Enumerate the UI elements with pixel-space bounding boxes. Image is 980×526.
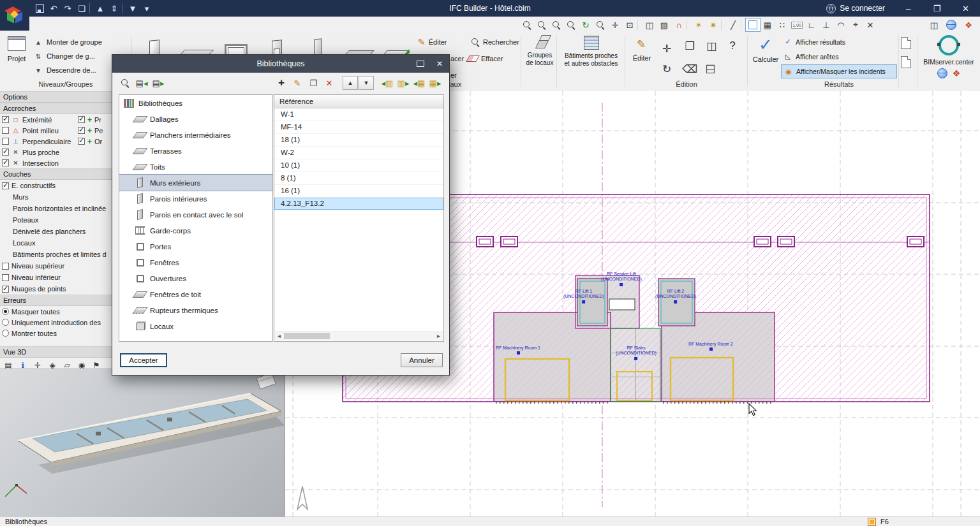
bimserver-center[interactable]: BIMserver.center ❖ xyxy=(919,34,979,78)
maximize-button[interactable]: ❐ xyxy=(923,0,951,17)
list-row-mf14[interactable]: MF-14 xyxy=(274,121,443,134)
web-globe-icon[interactable] xyxy=(937,68,947,78)
checkbox[interactable] xyxy=(2,274,9,281)
room-groups-button[interactable]: Groupes de locaux xyxy=(523,34,556,66)
radio[interactable] xyxy=(2,319,9,326)
pan-icon[interactable]: ✛ xyxy=(608,18,622,31)
delete-icon[interactable]: ✕ xyxy=(863,18,877,31)
accept-button[interactable]: Accepter xyxy=(120,353,167,367)
tree-item-planchers[interactable]: Planchers intermédiaires xyxy=(119,127,272,143)
tree-item-toits[interactable]: Toits xyxy=(119,159,272,175)
tree-item-bibliotheques[interactable]: Bibliothèques xyxy=(119,95,272,111)
keys-icon[interactable]: ✷ xyxy=(706,18,720,31)
undo-button[interactable]: ↶ xyxy=(47,2,60,15)
show-incidents-button[interactable]: ◉ Afficher/Masquer les incidents xyxy=(781,64,897,78)
layer-locaux[interactable]: Locaux xyxy=(0,237,112,249)
list-row-w1[interactable]: W-1 xyxy=(274,108,443,121)
checkbox[interactable] xyxy=(78,127,85,134)
tree-item-portes[interactable]: Portes xyxy=(119,238,272,254)
tree-item-fenetres[interactable]: Fenêtres xyxy=(119,254,272,270)
export-to-library-button[interactable]: ▥▸ xyxy=(396,76,411,90)
minimize-button[interactable]: – xyxy=(894,0,923,17)
connect-button[interactable]: Se connecter xyxy=(817,0,894,17)
edit-elements-button[interactable]: ✎ Éditer xyxy=(416,35,449,49)
checkbox[interactable] xyxy=(2,138,9,145)
level-menu-button[interactable]: ▾ xyxy=(140,2,153,15)
separator[interactable] xyxy=(637,20,642,30)
list-row-10-1[interactable]: 10 (1) xyxy=(274,159,443,172)
show-edges-button[interactable]: ◺ Afficher arêtes xyxy=(781,50,897,63)
checkbox[interactable] xyxy=(2,116,9,123)
scroll-thumb[interactable] xyxy=(284,333,330,339)
radio[interactable] xyxy=(2,308,9,315)
layer-poteaux[interactable]: Poteaux xyxy=(0,214,112,226)
fit-view-icon[interactable]: ⊡ xyxy=(623,18,637,31)
app-logo-button[interactable] xyxy=(0,0,29,31)
list-row-4213-f132[interactable]: 4.2.13_F13.2 xyxy=(274,198,443,210)
checkbox[interactable] xyxy=(2,182,9,189)
layer-niveau-superieur[interactable]: Niveau supérieur xyxy=(0,260,112,272)
dialog-maximize-button[interactable] xyxy=(411,55,430,73)
edge-icon[interactable]: ╱ xyxy=(726,18,740,31)
rotate-icon[interactable]: ↻ xyxy=(657,59,676,78)
grid-icon[interactable]: ▦ xyxy=(761,18,775,31)
new-document-button[interactable] xyxy=(901,37,911,49)
checkbox[interactable] xyxy=(78,116,85,123)
project-button[interactable]: Projet xyxy=(2,34,31,80)
window-capture-icon[interactable]: ◫ xyxy=(642,18,657,31)
radio[interactable] xyxy=(2,330,9,337)
layer-niveau-inferieur[interactable]: Niveau inférieur xyxy=(0,272,112,283)
layer-denivele[interactable]: Dénivelé des planchers xyxy=(0,226,112,237)
list-header[interactable]: Référence xyxy=(274,95,443,108)
checkbox[interactable] xyxy=(78,138,85,145)
tree-item-parois-interieures[interactable]: Parois intérieures xyxy=(119,191,272,207)
query-icon[interactable]: ? xyxy=(723,36,742,55)
edit-button[interactable]: ✎ xyxy=(632,35,651,53)
level-up-button[interactable]: ▲ xyxy=(94,2,107,15)
help-icon[interactable]: ❖ xyxy=(961,18,976,31)
ortho-icon[interactable]: ∟ xyxy=(805,18,819,31)
tree-item-rupteurs[interactable]: Rupteurs thermiques xyxy=(119,302,272,318)
web-icon[interactable] xyxy=(944,18,959,31)
delete-button[interactable]: ✕ xyxy=(322,76,337,90)
import-file-button[interactable]: ◂▦ xyxy=(412,76,427,90)
arc-icon[interactable]: ◠ xyxy=(834,18,848,31)
dialog-titlebar[interactable]: Bibliothèques ✕ xyxy=(112,55,449,73)
layer-nuages-points[interactable]: Nuages de points xyxy=(0,283,112,295)
layer-murs[interactable]: Murs xyxy=(0,191,112,203)
save-button[interactable] xyxy=(33,2,46,15)
search-icon[interactable] xyxy=(117,76,133,90)
separator[interactable] xyxy=(122,3,125,13)
checkbox[interactable] xyxy=(2,149,9,156)
erase-elements-button[interactable]: Effacer xyxy=(466,52,505,66)
errors-only-intro[interactable]: Uniquement introduction des xyxy=(0,317,112,328)
list-row-8-1[interactable]: 8 (1) xyxy=(274,172,443,185)
search-elements-button[interactable]: Rechercher xyxy=(470,35,521,49)
mirror-icon[interactable]: ◫ xyxy=(702,36,721,55)
snap-intersection[interactable]: ✕ Intersection xyxy=(0,157,112,168)
errors-hide-all[interactable]: Masquer toutes xyxy=(0,306,112,317)
level-up-group-button[interactable]: ▲ Monter de groupe xyxy=(33,35,130,49)
layer-batiments-proches[interactable]: Bâtiments proches et limites d xyxy=(0,249,112,260)
checkbox[interactable] xyxy=(2,159,9,166)
level-down-button[interactable]: ▼ xyxy=(126,2,139,15)
print-button[interactable]: ❏ xyxy=(75,2,88,15)
calculate-button[interactable]: ✓ Calculer xyxy=(750,34,781,80)
close-button[interactable]: ✕ xyxy=(951,0,980,17)
add-button[interactable]: + xyxy=(274,76,289,90)
sync-icon[interactable]: ❖ xyxy=(953,68,961,78)
redo-button[interactable]: ↷ xyxy=(61,2,74,15)
redraw-icon[interactable]: ↻ xyxy=(579,18,593,31)
move-up-button[interactable]: ▲ xyxy=(343,76,358,90)
snap-pr[interactable]: + Pr xyxy=(78,114,112,125)
copy-icon[interactable]: ❐ xyxy=(680,36,699,55)
tree-item-terrasses[interactable]: Terrasses xyxy=(119,143,272,159)
move-icon[interactable]: ✛ xyxy=(657,39,676,58)
move-down-button[interactable]: ▼ xyxy=(359,76,374,90)
library-export-icon[interactable]: ▤▸ xyxy=(151,76,166,90)
list-row-18-1[interactable]: 18 (1) xyxy=(274,134,443,147)
snap-pe[interactable]: + Pe xyxy=(78,125,112,136)
view3d-pane[interactable] xyxy=(0,369,285,517)
snap-plus-proche[interactable]: ✕ Plus proche xyxy=(0,147,112,157)
scroll-right-button[interactable]: ► xyxy=(434,332,443,340)
